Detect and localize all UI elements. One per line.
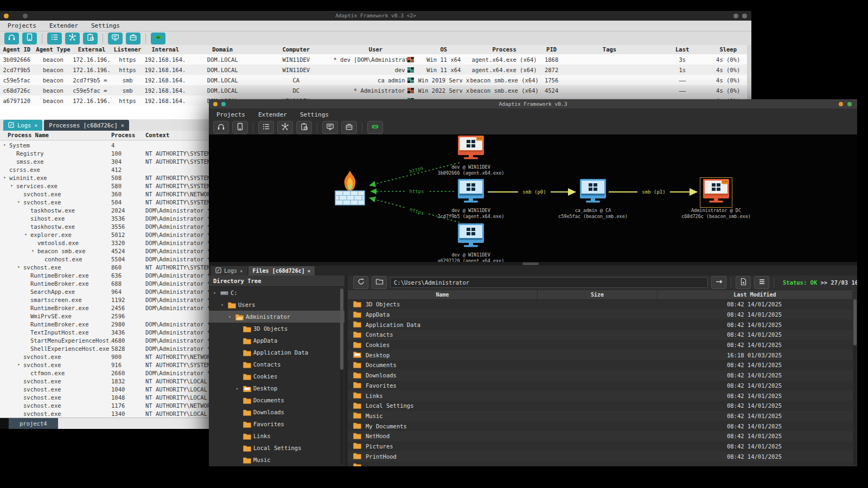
- graph-node-c68d726c[interactable]: [701, 179, 731, 206]
- file-row[interactable]: NetHood08:42 14/01/2025: [348, 431, 852, 441]
- file-row[interactable]: [348, 461, 852, 466]
- file-row[interactable]: Links08:42 14/01/2025: [348, 390, 852, 401]
- tree-expand-icon[interactable]: ▾: [17, 200, 23, 204]
- graph-canvas[interactable]: https https https smb (p0) smb (p1): [209, 134, 857, 262]
- close-icon[interactable]: ×: [308, 268, 310, 274]
- agents-column-header[interactable]: Listener: [111, 45, 145, 54]
- tree-scrollbar[interactable]: [340, 288, 343, 464]
- scrollbar-handle[interactable]: [340, 288, 343, 370]
- file-row[interactable]: Contacts08:42 14/01/2025: [348, 330, 852, 340]
- agents-column-header[interactable]: Computer: [259, 45, 333, 54]
- close-icon[interactable]: ×: [240, 268, 242, 274]
- file-row[interactable]: Downloads08:42 14/01/2025: [348, 370, 852, 381]
- scrollbar-handle[interactable]: [853, 299, 857, 345]
- agent-row[interactable]: 2cd7f9b5beacon172.16.196.145https192.168…: [0, 65, 747, 75]
- agent-row[interactable]: c59e5facbeacon2cd7f9b5 = p0smb192.168.16…: [0, 75, 747, 85]
- list-button[interactable]: [47, 33, 62, 44]
- agents-column-header[interactable]: Agent ID: [0, 45, 34, 54]
- tree-item-local-settings[interactable]: Local Settings: [209, 442, 344, 454]
- agent-row[interactable]: c68d726cbeaconc59e5fac = p1smb192.168.16…: [0, 85, 747, 95]
- tree-expand-icon[interactable]: ▾: [31, 248, 37, 253]
- case-button[interactable]: [341, 121, 357, 134]
- graph-node-3b092666[interactable]: [456, 136, 486, 163]
- agent-row[interactable]: 3b092666beacon172.16.196.145https192.168…: [0, 54, 747, 65]
- scrollbar-handle[interactable]: [522, 262, 539, 265]
- agents-column-header[interactable]: Agent Type: [34, 45, 73, 54]
- menu-extender[interactable]: Extender: [258, 111, 287, 118]
- tree-item-desktop[interactable]: ▸Desktop: [209, 382, 344, 394]
- file-row[interactable]: 3D Objects08:42 14/01/2025: [348, 299, 852, 310]
- graph-hscrollbar[interactable]: [209, 262, 857, 266]
- file-row[interactable]: Desktop16:18 01/03/2025: [348, 350, 852, 360]
- tree-expand-icon[interactable]: ▾: [24, 232, 30, 237]
- files-scrollbar[interactable]: [853, 299, 857, 465]
- agents-column-header[interactable]: Tags: [564, 45, 655, 54]
- tree-item-3d-objects[interactable]: 3D Objects: [209, 323, 344, 335]
- headset-button[interactable]: [213, 121, 229, 134]
- monitor-button[interactable]: [108, 33, 123, 44]
- list-view-button[interactable]: [754, 276, 769, 289]
- case-button[interactable]: [126, 33, 141, 44]
- close-icon[interactable]: ×: [34, 123, 37, 129]
- go-button[interactable]: GO: [367, 121, 383, 134]
- file-row[interactable]: Cookies08:42 14/01/2025: [348, 340, 852, 350]
- tree-expand-icon[interactable]: ▸: [236, 386, 243, 391]
- path-input[interactable]: [390, 277, 708, 288]
- agents-column-header[interactable]: Domain: [186, 45, 259, 54]
- window-control-icon[interactable]: [839, 102, 843, 106]
- column-header[interactable]: Process ID: [111, 131, 145, 140]
- clipclock-button[interactable]: [296, 121, 312, 134]
- file-row[interactable]: My Documents08:42 14/01/2025: [348, 421, 852, 431]
- refresh-button[interactable]: [353, 276, 368, 289]
- tablet-button[interactable]: [232, 121, 248, 134]
- tree-item-favorites[interactable]: Favorites: [209, 418, 344, 430]
- tab-processes[interactable]: Processes [c68d726c] ×: [44, 120, 129, 131]
- agents-column-header[interactable]: Sleep: [709, 45, 747, 54]
- column-header[interactable]: Last Modified: [657, 290, 852, 299]
- agents-column-header[interactable]: User: [333, 45, 418, 54]
- tree-expand-icon[interactable]: ▾: [3, 143, 9, 147]
- headset-button[interactable]: [4, 33, 19, 44]
- window-control-icon[interactable]: [847, 102, 852, 106]
- file-row[interactable]: Music08:42 14/01/2025: [348, 411, 852, 421]
- graph-node-2cd7f9b5[interactable]: [456, 179, 486, 206]
- file-row[interactable]: Pictures08:42 14/01/2025: [348, 441, 852, 452]
- tree-item-documents[interactable]: Documents: [209, 394, 344, 406]
- agents-column-header[interactable]: Process: [469, 45, 539, 54]
- tree-item-appdata[interactable]: AppData: [209, 335, 344, 346]
- tree-expand-icon[interactable]: ▾: [228, 314, 235, 319]
- list-button[interactable]: [258, 121, 274, 134]
- file-row[interactable]: Favorites08:42 14/01/2025: [348, 381, 852, 391]
- tree-item-downloads[interactable]: Downloads: [209, 406, 344, 418]
- agents-column-header[interactable]: OS: [418, 45, 469, 54]
- tablet-button[interactable]: [22, 33, 37, 44]
- menu-settings[interactable]: Settings: [91, 22, 120, 29]
- monitor-button[interactable]: [322, 121, 338, 134]
- menu-projects[interactable]: Projects: [216, 111, 245, 118]
- column-header[interactable]: Size: [537, 290, 657, 299]
- tab-project4[interactable]: project4: [9, 418, 58, 429]
- tree-expand-icon[interactable]: ▾: [213, 291, 220, 296]
- column-header[interactable]: Name: [348, 290, 537, 299]
- open-folder-button[interactable]: [372, 276, 387, 289]
- menu-settings[interactable]: Settings: [300, 111, 329, 118]
- tree-item-contacts[interactable]: Contacts: [209, 358, 344, 370]
- window-control-icon[interactable]: [733, 14, 738, 18]
- go-button[interactable]: GO: [151, 33, 165, 44]
- agents-column-header[interactable]: External: [73, 45, 111, 54]
- close-icon[interactable]: ×: [121, 123, 124, 129]
- tab-logs[interactable]: Logs ×: [3, 120, 42, 131]
- clipclock-button[interactable]: [83, 33, 98, 44]
- file-row[interactable]: Documents08:42 14/01/2025: [348, 360, 852, 370]
- tree-item-application-data[interactable]: Application Data: [209, 346, 344, 358]
- tree-item-cookies[interactable]: Cookies: [209, 370, 344, 382]
- tree-item-users[interactable]: ▾Users: [209, 299, 344, 311]
- file-row[interactable]: Local Settings08:42 14/01/2025: [348, 401, 852, 411]
- window-control-icon[interactable]: [742, 14, 747, 18]
- tab-files[interactable]: Files [c68d726c] ×: [248, 266, 315, 275]
- hub-button[interactable]: [65, 33, 80, 44]
- tree-item-administrator[interactable]: ▾Administrator: [209, 311, 344, 323]
- tree-expand-icon[interactable]: ▾: [17, 362, 23, 367]
- new-file-button[interactable]: [736, 276, 751, 289]
- tab-logs[interactable]: Logs ×: [211, 266, 247, 275]
